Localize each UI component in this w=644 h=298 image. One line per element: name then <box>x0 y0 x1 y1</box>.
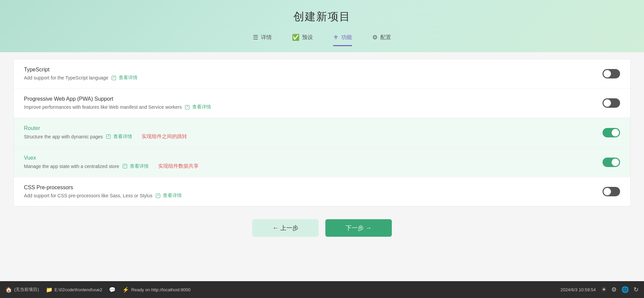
tab-details[interactable]: ☰ 详情 <box>253 34 272 46</box>
prev-button[interactable]: ← 上一步 <box>252 219 319 237</box>
statusbar-ready-item: ⚡ Ready on http://localhost:8000 <box>122 287 191 293</box>
preset-icon: ✅ <box>292 34 299 41</box>
statusbar-terminal[interactable]: 💬 <box>109 287 116 293</box>
statusbar-datetime: 2024/6/3 10:59:54 <box>560 287 596 292</box>
feature-name-typescript: TypeScript <box>24 67 603 73</box>
external-link-icon-pwa <box>185 105 189 109</box>
buttons-row: ← 上一步 下一步 → <box>0 213 644 243</box>
feature-name-vuex: Vuex <box>24 155 603 161</box>
feature-desc-typescript: Add support for the TypeScript language … <box>24 75 603 81</box>
statusbar-ready: Ready on http://localhost:8000 <box>131 287 191 292</box>
feature-name-router: Router <box>24 125 603 131</box>
toggle-knob-vuex <box>612 159 619 166</box>
feature-name-css-preprocessors: CSS Pre-processors <box>24 185 603 191</box>
refresh-icon[interactable]: ↻ <box>634 286 639 293</box>
feature-list: TypeScript Add support for the TypeScrip… <box>13 59 631 206</box>
feature-content-vuex: Vuex Manage the app state with a central… <box>24 155 603 169</box>
feature-item-router: Router Structure the app with dynamic pa… <box>14 118 630 147</box>
translate-icon[interactable]: 🌐 <box>621 286 629 293</box>
feature-desc-router: Structure the app with dynamic pages 查看详… <box>24 133 603 140</box>
statusbar-left: 🏠 (无当前项目) 📁 E:\02code\frontend\vue2 💬 ⚡ … <box>5 287 560 293</box>
feature-item-vuex: Vuex Manage the app state with a central… <box>14 147 630 177</box>
view-link-typescript[interactable]: 查看详情 <box>119 75 138 81</box>
toggle-typescript[interactable] <box>603 69 620 78</box>
folder-icon: 📁 <box>46 287 53 293</box>
feature-content-pwa: Progressive Web App (PWA) Support Improv… <box>24 96 603 110</box>
feature-desc-pwa: Improve performances with features like … <box>24 104 603 110</box>
tab-bar: ☰ 详情 ✅ 预设 ⚜ 功能 ⚙ 配置 <box>0 34 644 46</box>
extra-note-router: 实现组件之间的跳转 <box>142 133 187 140</box>
tab-config[interactable]: ⚙ 配置 <box>372 34 391 46</box>
feature-item-css-preprocessors: CSS Pre-processors Add support for CSS p… <box>14 177 630 206</box>
page-title: 创建新项目 <box>0 9 644 24</box>
feature-desc-vuex: Manage the app state with a centralized … <box>24 163 603 169</box>
header: 创建新项目 ☰ 详情 ✅ 预设 ⚜ 功能 ⚙ 配置 <box>0 0 644 52</box>
toggle-vuex[interactable] <box>603 158 620 167</box>
toggle-knob-pwa <box>604 99 611 107</box>
toggle-router[interactable] <box>603 128 620 137</box>
toggle-knob-css-preprocessors <box>604 188 611 195</box>
toggle-pwa[interactable] <box>603 98 620 108</box>
feature-item-pwa: Progressive Web App (PWA) Support Improv… <box>14 89 630 118</box>
details-icon: ☰ <box>253 34 258 41</box>
statusbar-home[interactable]: 🏠 (无当前项目) <box>5 287 39 293</box>
statusbar: 🏠 (无当前项目) 📁 E:\02code\frontend\vue2 💬 ⚡ … <box>0 281 644 298</box>
main-content: TypeScript Add support for the TypeScrip… <box>0 52 644 281</box>
statusbar-right: 2024/6/3 10:59:54 ☀ ⚙ 🌐 ↻ <box>560 286 639 293</box>
external-link-icon-typescript <box>112 76 116 80</box>
config-icon: ⚙ <box>372 34 378 41</box>
next-button[interactable]: 下一步 → <box>325 219 392 237</box>
external-link-icon-router <box>106 134 111 139</box>
statusbar-icons-right: ☀ ⚙ 🌐 ↻ <box>601 286 639 293</box>
brightness-icon[interactable]: ☀ <box>601 286 607 293</box>
bolt-icon: ⚡ <box>122 287 129 293</box>
statusbar-project: (无当前项目) <box>14 287 39 293</box>
external-link-icon-css-preprocessors <box>156 194 160 198</box>
feature-content-typescript: TypeScript Add support for the TypeScrip… <box>24 67 603 81</box>
settings-icon[interactable]: ⚙ <box>611 286 617 293</box>
feature-content-router: Router Structure the app with dynamic pa… <box>24 125 603 140</box>
tab-features[interactable]: ⚜ 功能 <box>333 34 352 46</box>
view-link-vuex[interactable]: 查看详情 <box>130 163 149 169</box>
feature-desc-css-preprocessors: Add support for CSS pre-processors like … <box>24 193 603 199</box>
tab-preset[interactable]: ✅ 预设 <box>292 34 313 46</box>
feature-name-pwa: Progressive Web App (PWA) Support <box>24 96 603 102</box>
features-icon: ⚜ <box>333 34 339 41</box>
view-link-css-preprocessors[interactable]: 查看详情 <box>163 193 182 199</box>
view-link-pwa[interactable]: 查看详情 <box>192 104 211 110</box>
external-link-icon-vuex <box>123 164 127 168</box>
view-link-router[interactable]: 查看详情 <box>113 134 132 140</box>
home-icon: 🏠 <box>5 287 12 293</box>
feature-content-css-preprocessors: CSS Pre-processors Add support for CSS p… <box>24 185 603 199</box>
terminal-icon: 💬 <box>109 287 116 293</box>
toggle-knob-typescript <box>604 70 611 77</box>
statusbar-path-item[interactable]: 📁 E:\02code\frontend\vue2 <box>46 287 103 293</box>
extra-note-vuex: 实现组件数据共享 <box>158 163 199 169</box>
toggle-css-preprocessors[interactable] <box>603 187 620 196</box>
toggle-knob-router <box>612 129 619 136</box>
feature-item-typescript: TypeScript Add support for the TypeScrip… <box>14 59 630 89</box>
statusbar-path: E:\02code\frontend\vue2 <box>55 287 103 292</box>
